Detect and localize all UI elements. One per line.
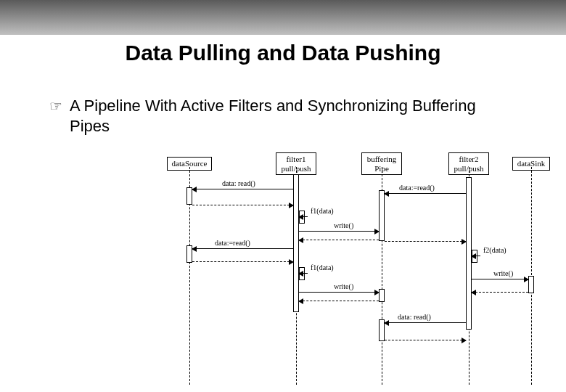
participant-label-l1: filter1 [287, 155, 306, 163]
msg-pipe-read-2: data: read() [398, 314, 431, 321]
msg-f1-2: f1(data) [311, 264, 334, 271]
msg-write-1: write() [334, 222, 353, 229]
arrow-read-2 [192, 248, 293, 249]
arrow-write-sink [472, 279, 528, 279]
return-write-sink [472, 292, 528, 293]
bullet-text: A Pipeline With Active Filters and Synch… [70, 96, 520, 136]
arrow-f1-2 [299, 273, 308, 274]
return-pipe-read [385, 241, 466, 242]
arrow-read-1 [192, 189, 293, 189]
return-write-2 [299, 301, 379, 301]
bullet-item: ☞ A Pipeline With Active Filters and Syn… [49, 96, 566, 136]
top-gradient-bar [0, 0, 566, 35]
return-read-2 [192, 261, 293, 262]
msg-read-1: data: read() [222, 180, 255, 187]
arrow-write-2 [299, 292, 379, 293]
activation-dataSink [528, 276, 534, 293]
activation-filter1 [293, 174, 299, 312]
page-title: Data Pulling and Data Pushing [0, 41, 566, 65]
msg-read-2: data:=read() [215, 240, 250, 247]
participant-label-l1: buffering [367, 155, 397, 163]
arrow-f2 [472, 256, 480, 256]
msg-pipe-read: data:=read() [399, 184, 435, 192]
sequence-diagram: dataSource filter1 pull/push buffering P… [167, 152, 551, 385]
activation-pipe-write-2 [379, 289, 385, 302]
return-pipe-read-2 [385, 340, 466, 340]
activation-pipe-read [379, 190, 385, 241]
return-write-1 [299, 240, 379, 240]
msg-f1-1: f1(data) [311, 208, 334, 215]
pointing-hand-icon: ☞ [49, 97, 62, 115]
arrow-write-1 [299, 231, 379, 232]
msg-f2: f2(data) [483, 247, 506, 254]
msg-write-sink: write() [493, 270, 513, 277]
arrow-pipe-read [385, 193, 466, 194]
arrow-pipe-read-2 [385, 322, 466, 323]
return-read-1 [192, 205, 293, 205]
arrow-f1-1 [299, 216, 308, 217]
msg-write-2: write() [334, 283, 353, 290]
participant-label-l1: filter2 [459, 155, 479, 163]
